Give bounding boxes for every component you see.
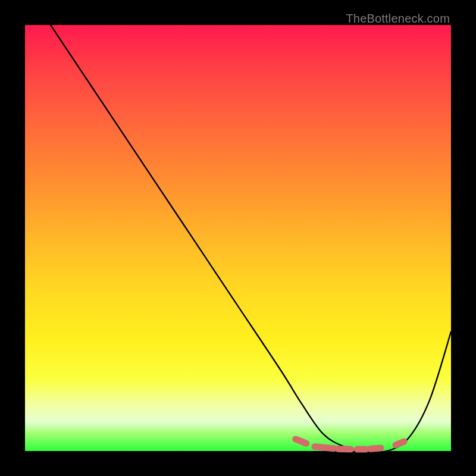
highlight-dashes <box>296 439 405 449</box>
plot-area <box>25 25 451 451</box>
watermark-label: TheBottleneck.com <box>346 12 450 26</box>
highlight-dash <box>396 441 404 445</box>
highlight-dash <box>338 449 350 449</box>
highlight-dash <box>370 448 381 449</box>
highlight-dash <box>315 447 334 449</box>
chart-frame: TheBottleneck.com <box>0 0 476 476</box>
curve-layer <box>25 25 451 451</box>
highlight-dash <box>296 439 306 443</box>
bottleneck-curve <box>51 25 451 452</box>
